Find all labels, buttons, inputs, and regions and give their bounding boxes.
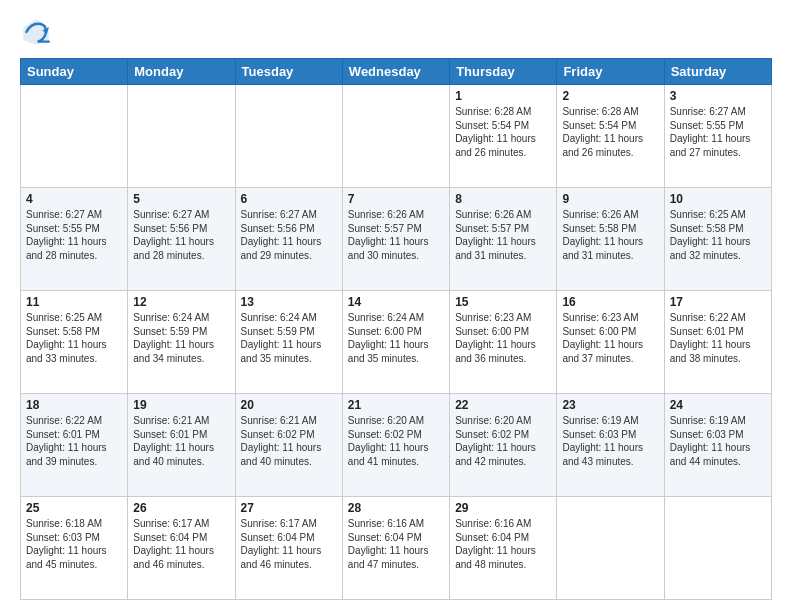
day-number: 10 xyxy=(670,192,766,206)
day-content: Sunrise: 6:20 AM Sunset: 6:02 PM Dayligh… xyxy=(455,414,551,468)
calendar-cell: 24Sunrise: 6:19 AM Sunset: 6:03 PM Dayli… xyxy=(664,394,771,497)
calendar-cell: 26Sunrise: 6:17 AM Sunset: 6:04 PM Dayli… xyxy=(128,497,235,600)
day-content: Sunrise: 6:27 AM Sunset: 5:55 PM Dayligh… xyxy=(670,105,766,159)
calendar-cell: 1Sunrise: 6:28 AM Sunset: 5:54 PM Daylig… xyxy=(450,85,557,188)
day-content: Sunrise: 6:19 AM Sunset: 6:03 PM Dayligh… xyxy=(670,414,766,468)
calendar-cell: 6Sunrise: 6:27 AM Sunset: 5:56 PM Daylig… xyxy=(235,188,342,291)
calendar-cell xyxy=(664,497,771,600)
calendar-cell: 17Sunrise: 6:22 AM Sunset: 6:01 PM Dayli… xyxy=(664,291,771,394)
calendar-cell: 8Sunrise: 6:26 AM Sunset: 5:57 PM Daylig… xyxy=(450,188,557,291)
calendar-cell: 25Sunrise: 6:18 AM Sunset: 6:03 PM Dayli… xyxy=(21,497,128,600)
page: SundayMondayTuesdayWednesdayThursdayFrid… xyxy=(0,0,792,612)
week-row-5: 25Sunrise: 6:18 AM Sunset: 6:03 PM Dayli… xyxy=(21,497,772,600)
header-row: SundayMondayTuesdayWednesdayThursdayFrid… xyxy=(21,59,772,85)
calendar-cell: 7Sunrise: 6:26 AM Sunset: 5:57 PM Daylig… xyxy=(342,188,449,291)
day-content: Sunrise: 6:17 AM Sunset: 6:04 PM Dayligh… xyxy=(133,517,229,571)
day-content: Sunrise: 6:25 AM Sunset: 5:58 PM Dayligh… xyxy=(26,311,122,365)
day-content: Sunrise: 6:24 AM Sunset: 5:59 PM Dayligh… xyxy=(133,311,229,365)
day-number: 17 xyxy=(670,295,766,309)
day-number: 13 xyxy=(241,295,337,309)
day-number: 4 xyxy=(26,192,122,206)
header xyxy=(20,16,772,48)
day-content: Sunrise: 6:18 AM Sunset: 6:03 PM Dayligh… xyxy=(26,517,122,571)
day-header-friday: Friday xyxy=(557,59,664,85)
day-number: 29 xyxy=(455,501,551,515)
day-content: Sunrise: 6:26 AM Sunset: 5:57 PM Dayligh… xyxy=(348,208,444,262)
day-number: 23 xyxy=(562,398,658,412)
day-content: Sunrise: 6:16 AM Sunset: 6:04 PM Dayligh… xyxy=(348,517,444,571)
day-content: Sunrise: 6:24 AM Sunset: 6:00 PM Dayligh… xyxy=(348,311,444,365)
day-number: 15 xyxy=(455,295,551,309)
day-content: Sunrise: 6:28 AM Sunset: 5:54 PM Dayligh… xyxy=(455,105,551,159)
day-header-tuesday: Tuesday xyxy=(235,59,342,85)
day-content: Sunrise: 6:26 AM Sunset: 5:57 PM Dayligh… xyxy=(455,208,551,262)
day-content: Sunrise: 6:21 AM Sunset: 6:02 PM Dayligh… xyxy=(241,414,337,468)
week-row-1: 1Sunrise: 6:28 AM Sunset: 5:54 PM Daylig… xyxy=(21,85,772,188)
day-number: 20 xyxy=(241,398,337,412)
calendar-cell: 18Sunrise: 6:22 AM Sunset: 6:01 PM Dayli… xyxy=(21,394,128,497)
calendar-cell: 27Sunrise: 6:17 AM Sunset: 6:04 PM Dayli… xyxy=(235,497,342,600)
day-number: 22 xyxy=(455,398,551,412)
day-number: 26 xyxy=(133,501,229,515)
day-content: Sunrise: 6:23 AM Sunset: 6:00 PM Dayligh… xyxy=(455,311,551,365)
calendar-cell: 15Sunrise: 6:23 AM Sunset: 6:00 PM Dayli… xyxy=(450,291,557,394)
calendar-cell: 12Sunrise: 6:24 AM Sunset: 5:59 PM Dayli… xyxy=(128,291,235,394)
day-number: 24 xyxy=(670,398,766,412)
day-content: Sunrise: 6:17 AM Sunset: 6:04 PM Dayligh… xyxy=(241,517,337,571)
day-content: Sunrise: 6:28 AM Sunset: 5:54 PM Dayligh… xyxy=(562,105,658,159)
logo-icon xyxy=(20,16,52,48)
day-content: Sunrise: 6:27 AM Sunset: 5:56 PM Dayligh… xyxy=(133,208,229,262)
day-content: Sunrise: 6:22 AM Sunset: 6:01 PM Dayligh… xyxy=(26,414,122,468)
calendar-cell: 5Sunrise: 6:27 AM Sunset: 5:56 PM Daylig… xyxy=(128,188,235,291)
day-header-wednesday: Wednesday xyxy=(342,59,449,85)
calendar-cell: 22Sunrise: 6:20 AM Sunset: 6:02 PM Dayli… xyxy=(450,394,557,497)
calendar-cell: 20Sunrise: 6:21 AM Sunset: 6:02 PM Dayli… xyxy=(235,394,342,497)
calendar-cell: 19Sunrise: 6:21 AM Sunset: 6:01 PM Dayli… xyxy=(128,394,235,497)
day-number: 19 xyxy=(133,398,229,412)
day-content: Sunrise: 6:20 AM Sunset: 6:02 PM Dayligh… xyxy=(348,414,444,468)
day-content: Sunrise: 6:27 AM Sunset: 5:56 PM Dayligh… xyxy=(241,208,337,262)
calendar-cell: 28Sunrise: 6:16 AM Sunset: 6:04 PM Dayli… xyxy=(342,497,449,600)
day-number: 3 xyxy=(670,89,766,103)
day-number: 16 xyxy=(562,295,658,309)
calendar-cell: 10Sunrise: 6:25 AM Sunset: 5:58 PM Dayli… xyxy=(664,188,771,291)
week-row-4: 18Sunrise: 6:22 AM Sunset: 6:01 PM Dayli… xyxy=(21,394,772,497)
day-number: 21 xyxy=(348,398,444,412)
day-content: Sunrise: 6:26 AM Sunset: 5:58 PM Dayligh… xyxy=(562,208,658,262)
day-number: 6 xyxy=(241,192,337,206)
calendar-cell: 14Sunrise: 6:24 AM Sunset: 6:00 PM Dayli… xyxy=(342,291,449,394)
day-content: Sunrise: 6:25 AM Sunset: 5:58 PM Dayligh… xyxy=(670,208,766,262)
day-number: 28 xyxy=(348,501,444,515)
day-number: 25 xyxy=(26,501,122,515)
day-number: 7 xyxy=(348,192,444,206)
calendar-cell: 4Sunrise: 6:27 AM Sunset: 5:55 PM Daylig… xyxy=(21,188,128,291)
day-number: 11 xyxy=(26,295,122,309)
calendar-cell: 11Sunrise: 6:25 AM Sunset: 5:58 PM Dayli… xyxy=(21,291,128,394)
calendar-cell xyxy=(557,497,664,600)
calendar-header: SundayMondayTuesdayWednesdayThursdayFrid… xyxy=(21,59,772,85)
day-number: 9 xyxy=(562,192,658,206)
calendar-cell: 29Sunrise: 6:16 AM Sunset: 6:04 PM Dayli… xyxy=(450,497,557,600)
day-header-saturday: Saturday xyxy=(664,59,771,85)
day-header-monday: Monday xyxy=(128,59,235,85)
calendar-cell: 9Sunrise: 6:26 AM Sunset: 5:58 PM Daylig… xyxy=(557,188,664,291)
calendar-body: 1Sunrise: 6:28 AM Sunset: 5:54 PM Daylig… xyxy=(21,85,772,600)
day-content: Sunrise: 6:16 AM Sunset: 6:04 PM Dayligh… xyxy=(455,517,551,571)
day-number: 18 xyxy=(26,398,122,412)
calendar-table: SundayMondayTuesdayWednesdayThursdayFrid… xyxy=(20,58,772,600)
week-row-2: 4Sunrise: 6:27 AM Sunset: 5:55 PM Daylig… xyxy=(21,188,772,291)
day-header-thursday: Thursday xyxy=(450,59,557,85)
calendar-cell: 21Sunrise: 6:20 AM Sunset: 6:02 PM Dayli… xyxy=(342,394,449,497)
day-number: 2 xyxy=(562,89,658,103)
day-content: Sunrise: 6:24 AM Sunset: 5:59 PM Dayligh… xyxy=(241,311,337,365)
day-content: Sunrise: 6:22 AM Sunset: 6:01 PM Dayligh… xyxy=(670,311,766,365)
day-number: 12 xyxy=(133,295,229,309)
calendar-cell: 23Sunrise: 6:19 AM Sunset: 6:03 PM Dayli… xyxy=(557,394,664,497)
day-content: Sunrise: 6:19 AM Sunset: 6:03 PM Dayligh… xyxy=(562,414,658,468)
day-header-sunday: Sunday xyxy=(21,59,128,85)
calendar-cell xyxy=(128,85,235,188)
day-number: 27 xyxy=(241,501,337,515)
day-content: Sunrise: 6:23 AM Sunset: 6:00 PM Dayligh… xyxy=(562,311,658,365)
calendar-cell xyxy=(21,85,128,188)
day-content: Sunrise: 6:27 AM Sunset: 5:55 PM Dayligh… xyxy=(26,208,122,262)
